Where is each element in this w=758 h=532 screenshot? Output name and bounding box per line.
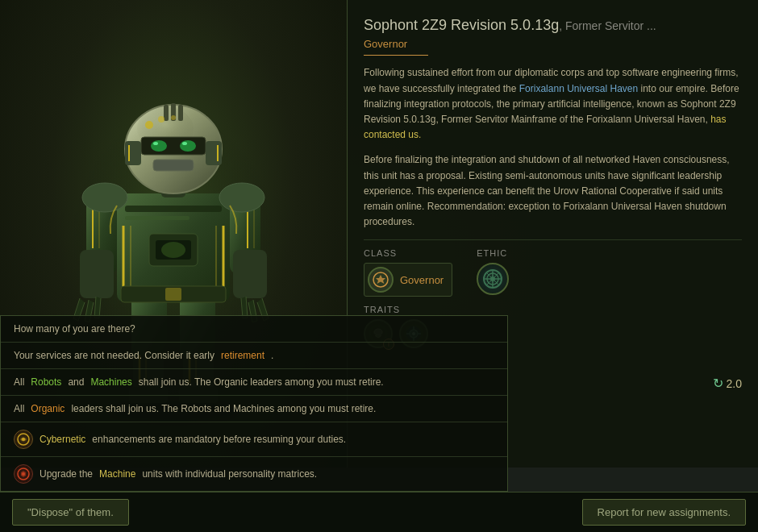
- separator: [364, 239, 742, 240]
- choice-3-mid2: shall join us. The Organic leaders among…: [139, 376, 384, 388]
- character-role: Governor: [364, 38, 428, 56]
- choice-3-before: All: [14, 376, 24, 388]
- svg-rect-44: [178, 105, 183, 121]
- svg-point-38: [151, 140, 167, 152]
- bottom-bar: "Dispose" of them. Report for new assign…: [0, 492, 758, 532]
- svg-point-73: [22, 472, 25, 476]
- svg-point-45: [145, 121, 153, 129]
- svg-rect-14: [125, 216, 190, 220]
- character-name-text: Sophont 2Z9 Revision 5.0.13g: [364, 17, 559, 33]
- character-name: Sophont 2Z9 Revision 5.0.13g, Former Ser…: [364, 16, 742, 35]
- score-area: ↻ 2.0: [713, 376, 742, 391]
- svg-point-46: [158, 116, 165, 123]
- class-icon: [368, 267, 394, 293]
- svg-rect-48: [153, 160, 194, 171]
- choice-4-hl1: Organic: [31, 403, 65, 414]
- choice-3[interactable]: All Robots and Machines shall join us. T…: [1, 369, 507, 396]
- svg-point-60: [490, 276, 495, 281]
- svg-point-32: [82, 183, 127, 212]
- traits-label: Traits: [364, 305, 742, 314]
- choice-5-icon: [14, 430, 33, 449]
- svg-rect-29: [233, 250, 267, 298]
- svg-point-41: [182, 142, 187, 145]
- svg-rect-23: [165, 288, 181, 301]
- choice-4[interactable]: All Organic leaders shall join us. The R…: [1, 396, 507, 422]
- choices-panel: How many of you are there? Your services…: [0, 315, 508, 492]
- choice-1-text: How many of you are there?: [14, 323, 135, 335]
- score-icon: ↻: [713, 376, 723, 391]
- character-name-suffix: , Former Servitor ...: [559, 19, 656, 32]
- choice-6[interactable]: Upgrade the Machine units with individua…: [1, 457, 507, 491]
- class-value: Governor: [400, 274, 444, 286]
- svg-rect-42: [164, 105, 169, 121]
- choice-5-hl1: Cybernetic: [40, 434, 85, 445]
- forixalann-name: Forixalann Universal Haven: [519, 83, 638, 94]
- class-section: Class Governor: [364, 248, 452, 297]
- desc2-text: Before finalizing the integration and sh…: [364, 154, 730, 227]
- svg-rect-50: [206, 141, 222, 165]
- svg-point-39: [180, 140, 196, 152]
- svg-rect-49: [125, 141, 141, 165]
- ethic-section: Ethic: [477, 248, 565, 297]
- choice-6-after: units with individual personality matric…: [142, 468, 317, 480]
- choice-2-highlight: retirement: [221, 350, 264, 361]
- choice-4-after: leaders shall join us. The Robots and Ma…: [71, 403, 376, 414]
- choice-5-after: enhancements are mandatory before resumi…: [92, 434, 346, 445]
- choice-3-hl1: Robots: [31, 376, 61, 388]
- choice-6-hl1: Machine: [99, 468, 135, 480]
- choice-3-mid1: and: [68, 376, 84, 388]
- svg-point-71: [22, 438, 25, 441]
- svg-point-40: [153, 142, 158, 145]
- svg-point-33: [219, 183, 264, 212]
- description-text-2: Before finalizing the integration and sh…: [364, 152, 742, 230]
- description-text-1: Following sustained effort from our dipl…: [364, 65, 742, 143]
- svg-rect-25: [80, 250, 114, 298]
- choice-6-icon: [14, 464, 33, 484]
- choice-3-hl2: Machines: [90, 376, 131, 388]
- svg-point-21: [161, 242, 185, 258]
- svg-rect-13: [125, 206, 222, 212]
- class-label: Class: [364, 248, 452, 258]
- choice-6-before: Upgrade the: [40, 468, 93, 480]
- svg-point-47: [171, 115, 176, 120]
- ethic-icon: [477, 263, 509, 295]
- score-value: 2.0: [727, 377, 742, 390]
- choice-5[interactable]: Cybernetic enhancements are mandatory be…: [1, 422, 507, 457]
- choice-2-after: .: [271, 350, 273, 361]
- ethic-label: Ethic: [477, 248, 565, 258]
- choice-4-before: All: [14, 403, 24, 414]
- choice-2[interactable]: Your services are not needed. Consider i…: [1, 343, 507, 369]
- stats-area: Class Governor Ethic: [364, 248, 742, 297]
- choice-1[interactable]: How many of you are there?: [1, 316, 507, 343]
- class-item: Governor: [364, 263, 452, 297]
- choice-2-before: Your services are not needed. Consider i…: [14, 350, 214, 361]
- dispose-button[interactable]: "Dispose" of them.: [12, 499, 129, 526]
- report-button[interactable]: Report for new assignments.: [582, 499, 746, 526]
